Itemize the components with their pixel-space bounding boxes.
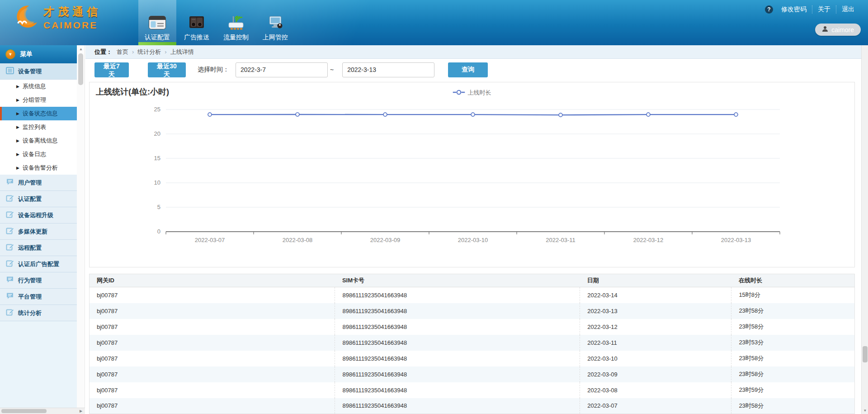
sidebar-item-0-0[interactable]: ▶系统信息: [0, 80, 77, 93]
sidebar-item-0-4[interactable]: ▶设备离线信息: [0, 134, 77, 148]
brand-name-cn: 才茂通信: [43, 5, 101, 19]
svg-text:15: 15: [154, 155, 160, 162]
table-cell-6-1: 89861119235041663948: [335, 382, 580, 398]
edit-icon: [6, 227, 14, 236]
edit-icon: [6, 211, 14, 220]
scroll-down-icon[interactable]: ▼: [862, 408, 868, 414]
legend-label: 上线时长: [468, 89, 491, 97]
table-row: bj00787898611192350416639482022-03-1023时…: [90, 351, 855, 366]
top-nav-tab-2[interactable]: 流量控制: [217, 0, 255, 45]
sidebar-group-label: 统计分析: [18, 309, 42, 317]
sidebar: ▼ 菜单 设备管理▶系统信息▶分组管理▶设备状态信息▶监控列表▶设备离线信息▶设…: [0, 45, 77, 408]
filter-bar: 最近7天 最近30天 选择时间： ~ 查询: [85, 59, 861, 81]
sidebar-group-6[interactable]: 认证后广告配置: [0, 256, 77, 272]
table-cell-2-0: bj00787: [90, 319, 335, 335]
sidebar-item-label: 系统信息: [23, 82, 46, 90]
sidebar-horizontal-scrollbar[interactable]: ▶: [0, 408, 85, 414]
sidebar-group-1[interactable]: 用户管理: [0, 175, 77, 191]
triangle-icon: ▶: [16, 84, 19, 89]
sidebar-group-7[interactable]: 行为管理: [0, 272, 77, 289]
table-cell-4-3: 23时58分: [731, 351, 855, 366]
breadcrumb-stats[interactable]: 统计分析: [137, 48, 161, 56]
sidebar-group-2[interactable]: 认证配置: [0, 191, 77, 207]
scroll-right-icon[interactable]: ▶: [78, 408, 84, 414]
top-nav-label: 认证配置: [145, 33, 170, 42]
query-button[interactable]: 查询: [448, 62, 488, 77]
svg-text:2022-03-08: 2022-03-08: [283, 237, 313, 243]
scroll-up-icon[interactable]: ▲: [77, 46, 85, 52]
sidebar-group-8[interactable]: 平台管理: [0, 289, 77, 305]
chat-icon: [6, 178, 14, 187]
sidebar-group-9[interactable]: 统计分析: [0, 305, 77, 321]
table-cell-6-0: bj00787: [90, 382, 335, 398]
breadcrumb-separator: ›: [165, 48, 166, 55]
top-nav-label: 上网管控: [263, 33, 288, 42]
app-header: 才茂通信 CAIMORE 认证配置广告推送流量控制上网管控 ? 修改密码关于退出…: [0, 0, 868, 45]
sidebar-group-0[interactable]: 设备管理: [0, 63, 77, 80]
sidebar-vertical-scrollbar[interactable]: ▲: [77, 45, 85, 408]
user-pill[interactable]: caimore: [815, 24, 861, 36]
table-col-header-3: 在线时长: [731, 274, 855, 287]
sidebar-vscroll-thumb[interactable]: [78, 53, 83, 85]
sidebar-group-label: 设备管理: [18, 67, 42, 76]
legend-marker-icon: [453, 89, 465, 97]
edit-icon: [6, 243, 14, 252]
page-scroll-thumb[interactable]: [863, 346, 868, 362]
menu-icon[interactable]: ▼: [5, 49, 15, 59]
sidebar-group-label: 认证后广告配置: [18, 260, 59, 268]
auth-config-icon: [148, 14, 166, 32]
last-7-days-button[interactable]: 最近7天: [94, 62, 129, 77]
traffic-control-icon: [227, 14, 245, 32]
line-chart: 05101520252022-03-072022-03-082022-03-09…: [90, 100, 855, 263]
ad-push-icon: [188, 14, 206, 32]
sidebar-item-0-2[interactable]: ▶设备状态信息: [0, 107, 77, 120]
table-row: bj00787898611192350416639482022-03-0723时…: [90, 398, 855, 414]
table-row: bj00787898611192350416639482022-03-1223时…: [90, 319, 855, 335]
sidebar-hscroll-thumb[interactable]: [1, 409, 47, 413]
chart-title: 上线统计(单位:小时): [96, 86, 169, 97]
help-icon[interactable]: ?: [765, 5, 773, 14]
svg-text:2022-03-07: 2022-03-07: [195, 237, 225, 243]
sidebar-group-3[interactable]: 设备远程升级: [0, 207, 77, 224]
sidebar-group-5[interactable]: 远程配置: [0, 240, 77, 256]
moon-logo-icon: [11, 4, 39, 32]
table-cell-5-2: 2022-03-09: [580, 366, 731, 382]
table-cell-3-1: 89861119235041663948: [335, 335, 580, 351]
brand-name-en: CAIMORE: [43, 20, 101, 31]
triangle-icon: ▶: [16, 98, 19, 102]
header-link-2[interactable]: 退出: [836, 5, 860, 14]
sidebar-item-label: 设备状态信息: [23, 109, 58, 118]
header-link-1[interactable]: 关于: [812, 5, 836, 14]
top-nav-tab-1[interactable]: 广告推送: [178, 0, 216, 45]
last-30-days-button[interactable]: 最近30天: [148, 62, 186, 77]
sidebar-item-0-6[interactable]: ▶设备告警分析: [0, 161, 77, 175]
sidebar-item-0-1[interactable]: ▶分组管理: [0, 93, 77, 107]
svg-text:2022-03-11: 2022-03-11: [546, 237, 576, 243]
chat-icon: [6, 292, 14, 301]
header-link-0[interactable]: 修改密码: [776, 5, 812, 14]
sidebar-item-0-3[interactable]: ▶监控列表: [0, 120, 77, 134]
table-cell-4-0: bj00787: [90, 351, 335, 366]
table-cell-0-0: bj00787: [90, 287, 335, 303]
page-scrollbar[interactable]: ▼: [861, 45, 868, 414]
breadcrumb-home[interactable]: 首页: [117, 48, 128, 56]
svg-text:20: 20: [154, 130, 160, 137]
top-nav-tab-3[interactable]: 上网管控: [256, 0, 294, 45]
table-cell-2-1: 89861119235041663948: [335, 319, 580, 335]
chart-legend[interactable]: 上线时长: [453, 89, 491, 97]
sidebar-group-label: 行为管理: [18, 276, 42, 285]
user-icon: [822, 26, 828, 33]
table-cell-3-0: bj00787: [90, 335, 335, 351]
top-nav-tab-0[interactable]: 认证配置: [138, 0, 176, 45]
start-date-input[interactable]: [236, 62, 328, 77]
online-detail-table: 网关IDSIM卡号日期在线时长 bj0078789861119235041663…: [89, 274, 855, 414]
sidebar-group-label: 用户管理: [18, 179, 42, 187]
triangle-icon: ▶: [16, 111, 19, 116]
svg-text:10: 10: [154, 179, 160, 186]
sidebar-item-0-5[interactable]: ▶设备日志: [0, 148, 77, 161]
breadcrumb-prefix: 位置：: [94, 48, 112, 56]
sidebar-group-4[interactable]: 多媒体更新: [0, 224, 77, 240]
sidebar-group-0-children: ▶系统信息▶分组管理▶设备状态信息▶监控列表▶设备离线信息▶设备日志▶设备告警分…: [0, 80, 77, 175]
svg-text:2022-03-10: 2022-03-10: [458, 237, 488, 243]
end-date-input[interactable]: [342, 62, 434, 77]
